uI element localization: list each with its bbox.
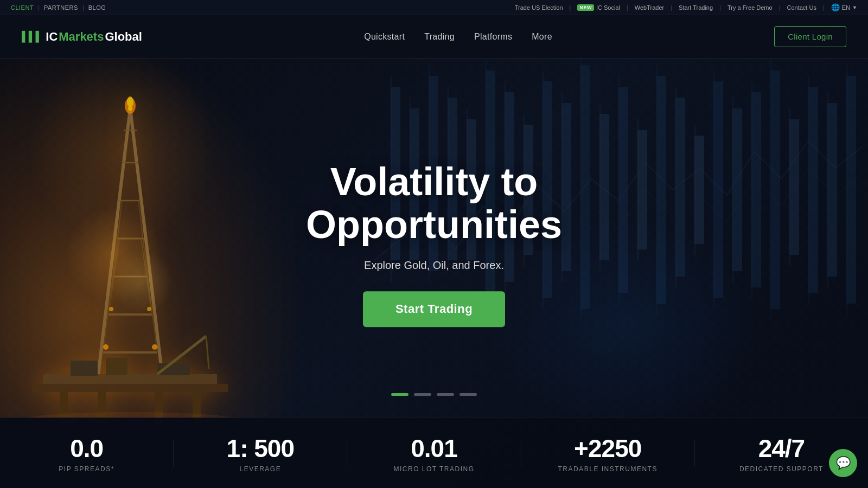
stat-leverage-value: 1: 500 xyxy=(174,434,347,463)
svg-rect-37 xyxy=(732,98,733,282)
chat-icon: 💬 xyxy=(836,456,851,470)
svg-rect-78 xyxy=(71,361,98,376)
top-bar-right: Trade US Election | NEW IC Social | WebT… xyxy=(515,3,857,11)
hero-subtitle: Explore Gold, Oil, and Forex. xyxy=(244,260,624,272)
svg-rect-79 xyxy=(106,358,127,375)
sep3: | xyxy=(570,4,571,11)
svg-point-76 xyxy=(109,307,113,311)
hero-title-line2: Opportunities xyxy=(306,203,562,247)
start-trading-button[interactable]: Start Trading xyxy=(363,292,505,328)
top-bar: CLIENT | PARTNERS | BLOG Trade US Electi… xyxy=(0,0,868,15)
sep1: | xyxy=(38,4,40,11)
svg-rect-46 xyxy=(827,103,837,277)
svg-rect-32 xyxy=(694,136,704,244)
hero-title: Volatility to Opportunities xyxy=(244,160,624,246)
svg-rect-36 xyxy=(732,108,742,271)
slide-indicators xyxy=(391,393,477,396)
svg-rect-33 xyxy=(694,125,695,255)
svg-rect-29 xyxy=(656,65,658,314)
chat-button[interactable]: 💬 xyxy=(829,449,857,477)
slide-dot-2[interactable] xyxy=(414,393,431,396)
blog-link[interactable]: BLOG xyxy=(88,4,106,11)
svg-point-72 xyxy=(127,97,133,107)
svg-rect-35 xyxy=(713,70,714,309)
svg-point-73 xyxy=(128,106,132,111)
stat-leverage-label: LEVERAGE xyxy=(174,465,347,473)
nav-platforms[interactable]: Platforms xyxy=(474,32,512,42)
start-trading-topbar-link[interactable]: Start Trading xyxy=(679,4,713,11)
logo-global: Global xyxy=(105,30,142,44)
svg-rect-39 xyxy=(751,81,752,298)
stat-tradable: +2250 TRADABLE INSTRUMENTS xyxy=(521,434,694,473)
sep2: | xyxy=(82,4,84,11)
svg-rect-40 xyxy=(770,70,780,309)
free-demo-link[interactable]: Try a Free Demo xyxy=(727,4,773,11)
nav-more[interactable]: More xyxy=(532,32,552,42)
svg-rect-42 xyxy=(789,119,799,255)
stat-tradable-value: +2250 xyxy=(521,434,694,463)
svg-point-77 xyxy=(147,307,151,311)
logo-ic: IC xyxy=(46,30,58,44)
client-login-button[interactable]: Client Login xyxy=(774,26,846,47)
stat-pip-value: 0.0 xyxy=(0,434,173,463)
sep6: | xyxy=(719,4,721,11)
sep4: | xyxy=(627,4,628,11)
sep5: | xyxy=(671,4,672,11)
svg-rect-48 xyxy=(846,76,856,304)
stats-bar: 0.0 PIP SPREADS* 1: 500 LEVERAGE 0.01 MI… xyxy=(0,418,868,488)
svg-line-51 xyxy=(130,108,163,380)
globe-icon: 🌐 xyxy=(831,3,840,11)
nav-trading[interactable]: Trading xyxy=(424,32,455,42)
oil-rig-svg xyxy=(0,54,271,423)
lang-label: EN xyxy=(842,4,850,11)
hero-section: Volatility to Opportunities Explore Gold… xyxy=(0,0,868,488)
svg-rect-41 xyxy=(770,60,771,320)
nav-links: Quickstart Trading Platforms More xyxy=(364,32,552,42)
svg-point-74 xyxy=(103,344,108,350)
svg-rect-27 xyxy=(637,119,639,260)
slide-dot-4[interactable] xyxy=(459,393,477,396)
chevron-down-icon: ▼ xyxy=(852,5,857,10)
svg-rect-43 xyxy=(789,108,790,266)
svg-line-50 xyxy=(98,108,130,380)
svg-line-82 xyxy=(206,336,209,369)
stat-micro-lot-value: 0.01 xyxy=(347,434,520,463)
partners-link[interactable]: PARTNERS xyxy=(44,4,78,11)
client-link[interactable]: CLIENT xyxy=(11,4,34,11)
hero-content: Volatility to Opportunities Explore Gold… xyxy=(244,160,624,327)
stat-pip-spreads: 0.0 PIP SPREADS* xyxy=(0,434,173,473)
new-badge: NEW xyxy=(577,4,594,11)
stat-leverage: 1: 500 LEVERAGE xyxy=(174,434,347,473)
stat-tradable-label: TRADABLE INSTRUMENTS xyxy=(521,465,694,473)
trade-election-link[interactable]: Trade US Election xyxy=(515,4,563,11)
stat-micro-lot: 0.01 MICRO LOT TRADING xyxy=(347,434,520,473)
svg-rect-49 xyxy=(846,65,847,314)
svg-rect-45 xyxy=(808,76,809,304)
stat-pip-label: PIP SPREADS* xyxy=(0,465,173,473)
svg-rect-44 xyxy=(808,87,818,293)
svg-point-75 xyxy=(152,344,157,350)
sep8: | xyxy=(823,4,825,11)
logo[interactable]: ▌▌▌ IC Markets Global xyxy=(22,30,142,44)
lang-selector[interactable]: 🌐 EN ▼ xyxy=(831,3,857,11)
svg-rect-38 xyxy=(751,92,761,287)
svg-rect-47 xyxy=(827,92,828,287)
slide-dot-1[interactable] xyxy=(391,393,409,396)
slide-dot-3[interactable] xyxy=(437,393,454,396)
sep7: | xyxy=(779,4,781,11)
logo-bars-icon: ▌▌▌ xyxy=(22,31,42,42)
hero-title-line1: Volatility to xyxy=(330,160,538,203)
top-bar-left: CLIENT | PARTNERS | BLOG xyxy=(11,4,106,11)
logo-markets: Markets xyxy=(59,30,104,44)
svg-rect-28 xyxy=(656,76,666,304)
nav-quickstart[interactable]: Quickstart xyxy=(364,32,405,42)
stat-micro-lot-label: MICRO LOT TRADING xyxy=(347,465,520,473)
ic-social-link[interactable]: IC Social xyxy=(596,4,620,11)
svg-rect-65 xyxy=(43,374,217,385)
webtrader-link[interactable]: WebTrader xyxy=(635,4,664,11)
main-nav: ▌▌▌ IC Markets Global Quickstart Trading… xyxy=(0,15,868,59)
ic-social-item: NEW IC Social xyxy=(577,4,620,11)
contact-link[interactable]: Contact Us xyxy=(787,4,816,11)
